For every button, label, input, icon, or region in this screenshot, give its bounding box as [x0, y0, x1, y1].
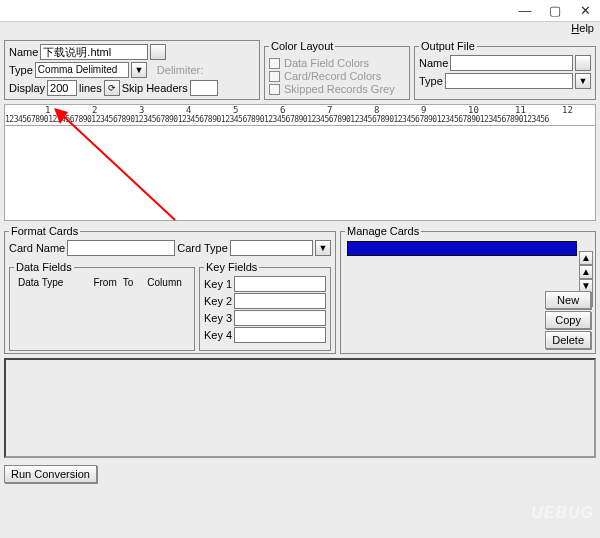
hdr-column: Column — [147, 277, 181, 288]
hdr-data-type: Data Type — [18, 277, 63, 288]
key-fields-group: Key Fields Key 1 Key 2 Key 3 Key 4 — [199, 261, 331, 351]
hdr-from: From — [93, 277, 116, 288]
input-file-group: Name Type Comma Delimited ▼ Delimiter: D… — [4, 40, 260, 100]
output-name-label: Name — [419, 57, 448, 69]
copy-button[interactable]: Copy — [545, 311, 591, 329]
color-layout-legend: Color Layout — [269, 40, 335, 52]
arrow-annotation-icon — [50, 108, 180, 228]
color-opt-datafield: Data Field Colors — [269, 56, 405, 69]
output-type-label: Type — [419, 75, 443, 87]
skip-headers-input[interactable] — [190, 80, 218, 96]
key4-input[interactable] — [234, 327, 326, 343]
delete-button[interactable]: Delete — [545, 331, 591, 349]
card-type-select[interactable] — [230, 240, 313, 256]
checkbox-icon — [269, 71, 280, 82]
key2-input[interactable] — [234, 293, 326, 309]
menubar: HHelpelp — [0, 22, 600, 38]
run-conversion-button[interactable]: Run Conversion — [4, 465, 97, 483]
key-fields-legend: Key Fields — [204, 261, 259, 273]
scroll-up2-button[interactable]: ▲ — [579, 265, 593, 279]
minimize-button[interactable]: — — [510, 1, 540, 21]
type-dropdown-button[interactable]: ▼ — [131, 62, 147, 78]
svg-marker-1 — [54, 108, 68, 124]
output-type-select[interactable] — [445, 73, 573, 89]
key2-label: Key 2 — [204, 295, 232, 307]
data-fields-list[interactable] — [14, 290, 190, 348]
key1-label: Key 1 — [204, 278, 232, 290]
log-area[interactable] — [4, 358, 596, 458]
color-layout-group: Color Layout Data Field Colors Card/Reco… — [264, 40, 410, 100]
manage-cards-selection[interactable] — [347, 241, 577, 256]
type-select-value[interactable]: Comma Delimited — [35, 62, 129, 78]
data-fields-group: Data Fields Data Type From To Column — [9, 261, 195, 351]
maximize-button[interactable]: ▢ — [540, 1, 570, 21]
format-cards-group: Format Cards Card Name Card Type ▼ Data … — [4, 225, 336, 354]
name-input[interactable] — [40, 44, 148, 60]
manage-cards-legend: Manage Cards — [345, 225, 421, 237]
card-type-dropdown-button[interactable]: ▼ — [315, 240, 331, 256]
lines-label: lines — [79, 82, 102, 94]
scroll-up-button[interactable]: ▲ — [579, 251, 593, 265]
data-fields-legend: Data Fields — [14, 261, 74, 273]
name-browse-button[interactable] — [150, 44, 166, 60]
output-file-legend: Output File — [419, 40, 477, 52]
key3-input[interactable] — [234, 310, 326, 326]
svg-line-0 — [60, 113, 175, 220]
menu-help[interactable]: HHelpelp — [571, 22, 594, 38]
card-type-label: Card Type — [177, 242, 228, 254]
key1-input[interactable] — [234, 276, 326, 292]
key4-label: Key 4 — [204, 329, 232, 341]
delimiter-label: Delimiter: — [157, 64, 203, 76]
watermark: UEBUG — [531, 504, 594, 522]
card-name-input[interactable] — [67, 240, 175, 256]
card-name-label: Card Name — [9, 242, 65, 254]
type-label: Type — [9, 64, 33, 76]
output-name-input[interactable] — [450, 55, 573, 71]
color-opt-skipped: Skipped Records Grey — [269, 82, 405, 95]
display-input[interactable] — [47, 80, 77, 96]
manage-cards-group: Manage Cards ▲ ▲ ▼ ▼ New Copy Delete — [340, 225, 596, 354]
close-button[interactable]: ✕ — [570, 1, 600, 21]
hdr-to: To — [123, 277, 134, 288]
preview-area[interactable] — [4, 126, 596, 221]
checkbox-icon — [269, 84, 280, 95]
display-label: Display — [9, 82, 45, 94]
output-browse-button[interactable] — [575, 55, 591, 71]
key3-label: Key 3 — [204, 312, 232, 324]
new-button[interactable]: New — [545, 291, 591, 309]
name-label: Name — [9, 46, 38, 58]
output-file-group: Output File Name Type ▼ — [414, 40, 596, 100]
skip-headers-label: Skip Headers — [122, 82, 188, 94]
window-titlebar: — ▢ ✕ — [0, 0, 600, 22]
output-type-dropdown-button[interactable]: ▼ — [575, 73, 591, 89]
checkbox-icon — [269, 58, 280, 69]
color-opt-card: Card/Record Colors — [269, 69, 405, 82]
refresh-button[interactable]: ⟳ — [104, 80, 120, 96]
